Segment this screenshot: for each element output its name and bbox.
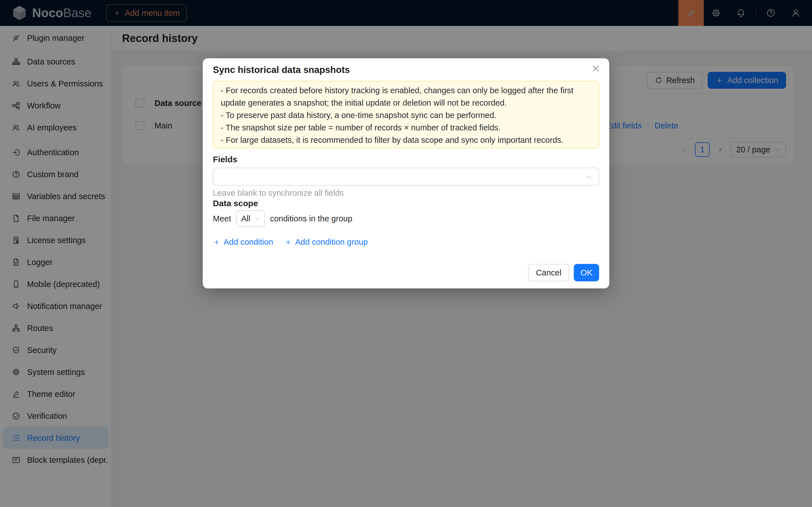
- chevron-down-icon: [585, 173, 592, 180]
- alert-line: - For large datasets, it is recommended …: [221, 134, 591, 146]
- chevron-down-icon: [254, 216, 260, 222]
- conditions-logic-select[interactable]: All: [236, 210, 265, 227]
- plus-icon: [213, 238, 220, 246]
- conditions-text: conditions in the group: [270, 214, 352, 223]
- info-alert: - For records created before history tra…: [213, 81, 599, 149]
- add-condition-group-link[interactable]: Add condition group: [285, 237, 368, 247]
- plus-icon: [285, 238, 292, 246]
- condition-links: Add condition Add condition group: [213, 237, 368, 247]
- conditions-row: Meet All conditions in the group: [213, 210, 352, 227]
- cancel-button[interactable]: Cancel: [528, 264, 569, 281]
- screen: NocoBase Add menu item Plugin managerDat…: [0, 0, 812, 507]
- fields-helper-text: Leave blank to synchronize all fields: [213, 188, 344, 198]
- close-icon: [590, 63, 601, 74]
- add-condition-link[interactable]: Add condition: [213, 237, 273, 247]
- modal-title: Sync historical data snapshots: [213, 64, 350, 75]
- fields-label: Fields: [213, 155, 238, 164]
- fields-select[interactable]: [213, 168, 599, 186]
- meet-text: Meet: [213, 214, 231, 223]
- alert-line: - The snapshot size per table = number o…: [221, 121, 591, 134]
- alert-line: - For records created before history tra…: [221, 84, 591, 109]
- ok-button[interactable]: OK: [574, 264, 599, 281]
- alert-line: - To preserve past data history, a one-t…: [221, 109, 591, 121]
- data-scope-label: Data scope: [213, 199, 258, 208]
- modal-footer: Cancel OK: [528, 264, 599, 281]
- sync-snapshots-modal: Sync historical data snapshots - For rec…: [203, 58, 609, 288]
- close-button[interactable]: [590, 63, 601, 74]
